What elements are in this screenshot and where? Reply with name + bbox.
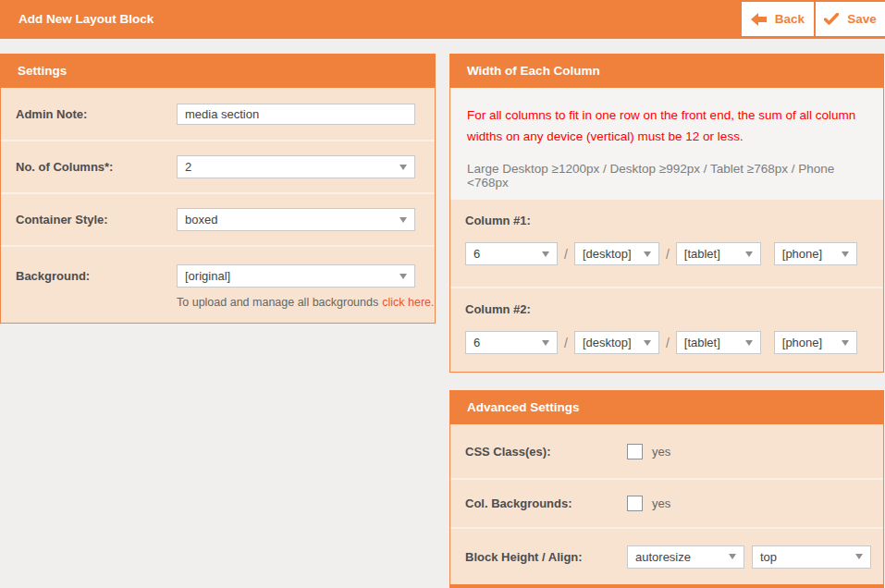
col2-desktop-value: [desktop] xyxy=(583,336,632,349)
col2-desktop-select[interactable]: [desktop] xyxy=(574,331,659,354)
container-style-value: boxed xyxy=(185,213,217,227)
chevron-down-icon xyxy=(729,554,736,559)
block-align-value: top xyxy=(760,550,777,564)
container-style-label: Container Style: xyxy=(16,213,177,227)
width-info-box: For all columns to fit in one row on the… xyxy=(450,88,883,200)
slash-separator: / xyxy=(564,247,568,262)
slash-separator: / xyxy=(666,247,670,262)
column-2-label: Column #2: xyxy=(465,288,883,316)
chevron-down-icon xyxy=(542,340,549,346)
settings-panel: Settings Admin Note: No. of Columns*: 2 … xyxy=(0,54,436,324)
background-helper: To upload and manage all backgroundsclic… xyxy=(177,296,435,309)
css-classes-checkbox[interactable] xyxy=(627,444,643,459)
col-backgrounds-checkbox-label: yes xyxy=(652,496,670,510)
width-panel: Width of Each Column For all columns to … xyxy=(449,54,884,373)
num-columns-label: No. of Columns*: xyxy=(16,160,177,174)
chevron-down-icon xyxy=(842,251,849,257)
slash-separator: / xyxy=(564,336,568,350)
save-button-label: Save xyxy=(847,12,877,26)
back-button-label: Back xyxy=(775,12,805,26)
css-classes-row: CSS Class(es): yes xyxy=(450,424,883,478)
chevron-down-icon xyxy=(399,165,407,170)
block-height-value: autoresize xyxy=(635,550,691,564)
css-classes-label: CSS Class(es): xyxy=(465,445,627,459)
col2-phone-select[interactable]: [phone] xyxy=(774,331,857,354)
advanced-settings-panel: Advanced Settings CSS Class(es): yes Col… xyxy=(449,390,884,584)
col1-tablet-value: [tablet] xyxy=(684,247,720,261)
container-style-row: Container Style: boxed xyxy=(1,192,435,245)
background-select[interactable]: [original] xyxy=(177,264,415,288)
chevron-down-icon xyxy=(644,340,651,346)
col1-phone-value: [phone] xyxy=(782,247,822,261)
col-backgrounds-label: Col. Backgrounds: xyxy=(465,496,627,510)
column-1-label: Column #1: xyxy=(465,200,883,227)
settings-panel-header: Settings xyxy=(0,54,436,88)
col1-large-desktop-select[interactable]: 6 xyxy=(465,242,558,265)
col-backgrounds-checkbox[interactable] xyxy=(627,496,643,511)
settings-panel-body: Admin Note: No. of Columns*: 2 Container… xyxy=(0,88,436,324)
block-height-select[interactable]: autoresize xyxy=(627,545,744,569)
chevron-down-icon xyxy=(745,340,753,346)
admin-note-row: Admin Note: xyxy=(1,88,435,140)
chevron-down-icon xyxy=(745,251,753,257)
background-label: Background: xyxy=(16,269,177,283)
col2-phone-value: [phone] xyxy=(782,336,822,349)
width-warning-text: For all columns to fit in one row on the… xyxy=(467,104,867,147)
back-button[interactable]: Back xyxy=(742,2,814,36)
block-height-align-label: Block Height / Align: xyxy=(465,550,627,564)
page-title: Add New Layout Block xyxy=(18,0,154,39)
background-value: [original] xyxy=(185,269,230,283)
col2-large-desktop-value: 6 xyxy=(473,336,480,349)
chevron-down-icon xyxy=(542,251,549,257)
col2-tablet-value: [tablet] xyxy=(684,336,720,349)
container-style-select[interactable]: boxed xyxy=(177,208,415,231)
admin-note-input[interactable] xyxy=(177,104,415,125)
col1-large-desktop-value: 6 xyxy=(473,247,480,261)
device-breakpoints-text: Large Desktop ≥1200px / Desktop ≥992px /… xyxy=(467,162,865,190)
next-panel-header-sliver xyxy=(449,584,884,588)
col1-desktop-value: [desktop] xyxy=(583,247,632,261)
click-here-link[interactable]: click here. xyxy=(382,296,434,309)
block-align-select[interactable]: top xyxy=(752,545,871,569)
col2-large-desktop-select[interactable]: 6 xyxy=(465,331,558,354)
col2-tablet-select[interactable]: [tablet] xyxy=(676,331,761,354)
block-height-align-row: Block Height / Align: autoresize top xyxy=(450,527,883,584)
col1-phone-select[interactable]: [phone] xyxy=(774,242,857,265)
save-button[interactable]: Save xyxy=(816,2,885,36)
chevron-down-icon xyxy=(842,340,849,346)
chevron-down-icon xyxy=(399,217,407,223)
col-backgrounds-row: Col. Backgrounds: yes xyxy=(450,478,883,527)
top-bar: Add New Layout Block Back Save xyxy=(0,0,885,39)
num-columns-value: 2 xyxy=(185,160,191,174)
background-row: Background: [original] To upload and man… xyxy=(1,245,435,324)
num-columns-row: No. of Columns*: 2 xyxy=(1,140,435,192)
num-columns-select[interactable]: 2 xyxy=(177,155,415,178)
chevron-down-icon xyxy=(399,274,407,279)
arrow-left-icon xyxy=(751,13,767,26)
chevron-down-icon xyxy=(855,554,863,559)
col1-tablet-select[interactable]: [tablet] xyxy=(676,242,761,265)
width-panel-header: Width of Each Column xyxy=(449,54,884,88)
chevron-down-icon xyxy=(644,251,651,257)
slash-separator: / xyxy=(666,336,670,350)
check-icon xyxy=(824,13,839,25)
advanced-panel-header: Advanced Settings xyxy=(449,390,884,424)
column-2-row: Column #2: 6 / [desktop] / [tablet] [pho… xyxy=(450,287,883,372)
width-panel-body: For all columns to fit in one row on the… xyxy=(449,88,884,373)
advanced-panel-body: CSS Class(es): yes Col. Backgrounds: yes… xyxy=(449,424,884,584)
background-helper-text: To upload and manage all backgrounds xyxy=(177,296,378,309)
css-classes-checkbox-label: yes xyxy=(652,445,670,459)
column-1-row: Column #1: 6 / [desktop] / [tablet] [pho… xyxy=(450,200,883,287)
admin-note-label: Admin Note: xyxy=(16,107,177,121)
col1-desktop-select[interactable]: [desktop] xyxy=(574,242,659,265)
